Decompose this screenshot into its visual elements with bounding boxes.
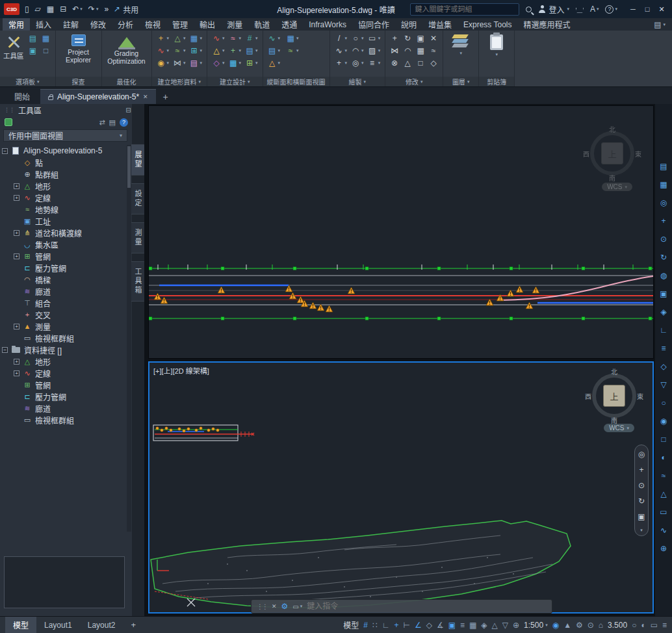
ribbon-tool-button[interactable]: ◇ (428, 57, 439, 68)
tree-expand-icon[interactable]: + (14, 230, 19, 236)
tree-expand-icon[interactable]: + (14, 183, 19, 189)
ribbon-tool-button[interactable]: ↻ (402, 32, 413, 44)
grading-optimization-button[interactable]: Grading Optimization (105, 32, 148, 65)
materials-icon[interactable]: □ (661, 435, 666, 444)
ribbon-tool-button[interactable]: ▦ (415, 45, 426, 56)
viewcube[interactable]: 上 北 南 西 東 (586, 368, 642, 424)
ribbon-tool-button[interactable]: ▤▾ (244, 45, 259, 56)
ribbon-tab-分析[interactable]: 分析 (112, 18, 139, 31)
tree-item[interactable]: ⊕點群組 (2, 168, 126, 180)
pan-icon[interactable]: + (661, 217, 666, 226)
navbar-menu-icon[interactable]: ▾ (640, 528, 643, 533)
tree-item[interactable]: ◇點 (2, 157, 126, 168)
orbit-icon[interactable]: ↻ (660, 253, 667, 262)
measure-icon[interactable]: ◇ (660, 363, 666, 371)
panel-label-palettes[interactable]: 選項板▾ (0, 77, 55, 86)
ribbon-tool-button[interactable]: ◎▾ (350, 57, 365, 68)
open-icon[interactable]: ▱ (35, 5, 41, 14)
ribbon-tab-透通[interactable]: 透通 (276, 18, 303, 31)
ribbon-tool-button[interactable]: ⋈ (389, 45, 400, 56)
drag-grip-icon[interactable]: ⋮⋮ (257, 603, 267, 610)
panel-label-profile-section[interactable]: 縱斷面和橫斷面視圖 (263, 77, 330, 86)
viewcube-icon[interactable]: ◎ (660, 199, 667, 207)
tree-item[interactable]: +∿定線 (2, 192, 126, 203)
annotation-scale[interactable]: 1:500▾ (524, 621, 548, 630)
ribbon-tab-常用[interactable]: 常用 (3, 18, 30, 31)
osnap-icon[interactable]: ▣ (448, 621, 456, 630)
ribbon-tool-button[interactable]: #▾ (244, 32, 259, 44)
ribbon-tab-註解[interactable]: 註解 (57, 18, 84, 31)
graphics-performance-icon[interactable]: ◐ (641, 621, 645, 630)
qat-customize-icon[interactable]: » (104, 5, 109, 14)
viewcube-top-face[interactable]: 上 (603, 385, 625, 407)
command-line[interactable]: ⋮⋮ ✕ ⚙ ▭▾ (251, 599, 552, 614)
ribbon-tool-button[interactable]: ◉▾ (155, 57, 171, 68)
preview-toggle-icon[interactable]: ▤ (109, 118, 116, 127)
ribbon-tool-button[interactable]: ≡▾ (367, 57, 382, 68)
autoscale-icon[interactable]: ▲ (563, 621, 571, 630)
project-explorer-button[interactable]: Project Explorer (59, 32, 98, 64)
view-selector-dropdown[interactable]: 作用中圖面視圖▾ (3, 129, 127, 142)
tree-item[interactable]: ⊤組合 (2, 297, 126, 309)
ribbon-tool-button[interactable]: ∿▾ (333, 45, 349, 56)
panel-label-ground-data[interactable]: 建立地形資料▾ (152, 77, 207, 86)
osnap-tracking-icon[interactable]: ∡ (437, 621, 444, 630)
ribbon-tool-button[interactable]: +▾ (227, 45, 243, 56)
viewcube-top-face[interactable]: 上 (601, 142, 623, 164)
ribbon-tool-button[interactable]: ▣ (27, 45, 39, 56)
tree-item[interactable]: ◠橋樑 (2, 274, 126, 285)
active-drawing-icon[interactable] (5, 118, 12, 126)
orbit-icon[interactable]: ↻ (638, 497, 645, 506)
minimize-icon[interactable]: ─ (627, 5, 640, 14)
ribbon-tool-button[interactable]: ✕ (428, 32, 439, 44)
toolspace-tab-工具箱[interactable]: 工具箱 (131, 261, 145, 302)
panel-label-layers[interactable]: 圖層▾ (443, 77, 478, 86)
ribbon-tab-增益集[interactable]: 增益集 (422, 18, 458, 31)
tree-root[interactable]: −Align-Superelevation-5 (2, 145, 126, 157)
wcs-selector[interactable]: WCS▾ (602, 183, 632, 191)
render-icon[interactable]: ◐ (661, 454, 666, 462)
ribbon-tool-button[interactable]: +▾ (155, 32, 171, 44)
panel-label-explore[interactable]: 探查 (56, 77, 101, 86)
infer-constraints-icon[interactable]: ∟ (382, 621, 390, 630)
tree-item[interactable]: ≋廊道 (2, 402, 126, 414)
viewport-bottom[interactable]: [+][上][2D 線架構] (148, 361, 654, 614)
viewcube[interactable]: 上 北 南 西 東 (584, 125, 640, 181)
isolate-objects-icon[interactable]: ○ (632, 621, 636, 630)
selection-cycling-icon[interactable]: ▦ (469, 621, 476, 630)
named-views-icon[interactable]: ◈ (660, 308, 666, 316)
ribbon-tab-說明[interactable]: 說明 (395, 18, 422, 31)
close-icon[interactable]: ✕ (655, 5, 668, 14)
grid-icon[interactable]: # (363, 621, 368, 630)
command-input[interactable] (307, 602, 547, 611)
ribbon-tool-button[interactable]: ∿▾ (266, 32, 282, 44)
ribbon-tool-button[interactable]: □ (415, 57, 426, 68)
ribbon-tab-軌道[interactable]: 軌道 (248, 18, 276, 31)
toolspace-button[interactable]: 工具區 (3, 32, 24, 60)
layout-tab-模型[interactable]: 模型 (5, 617, 36, 633)
tree-item[interactable]: ⊞管網 (2, 379, 126, 391)
tree-expand-icon[interactable]: + (14, 253, 19, 259)
ribbon-tool-button[interactable]: ▦▾ (188, 32, 204, 44)
app-logo[interactable]: C3D (4, 3, 19, 15)
viewport-top[interactable]: 上 北 南 西 東 WCS▾ (148, 105, 654, 359)
annotation-monitor-icon[interactable]: ⊙ (588, 621, 594, 630)
panel-label-optimization[interactable]: 最佳化 (102, 77, 151, 86)
close-icon[interactable]: ✕ (272, 603, 277, 610)
tree-expand-icon[interactable]: − (2, 148, 8, 154)
zoom-icon[interactable]: ⊙ (638, 481, 645, 490)
steering-wheel-icon[interactable]: ◍ (660, 272, 667, 280)
ribbon-tool-button[interactable]: ≈▾ (227, 32, 243, 44)
item-view-toggle-icon[interactable]: ⇄ (99, 118, 105, 127)
new-layout-button[interactable]: + (125, 620, 141, 630)
paste-button[interactable]: ▾ (482, 32, 511, 57)
ribbon-tool-button[interactable]: ⊞▾ (244, 57, 259, 68)
toolspace-titlebar[interactable]: ⋮⋮ 工具區 ⊟▤ (0, 104, 144, 116)
layer-properties-button[interactable]: ▾ (446, 32, 475, 56)
toolspace-tab-設定[interactable]: 設定 (131, 183, 145, 214)
autodesk-account-icon[interactable]: A▾ (590, 5, 599, 14)
ribbon-tool-button[interactable]: ▦▾ (227, 57, 243, 68)
ribbon-tab-InfraWorks[interactable]: InfraWorks (303, 18, 352, 31)
save-icon[interactable]: ▦ (47, 5, 54, 14)
selection-filter-icon[interactable]: ▽ (502, 621, 508, 630)
